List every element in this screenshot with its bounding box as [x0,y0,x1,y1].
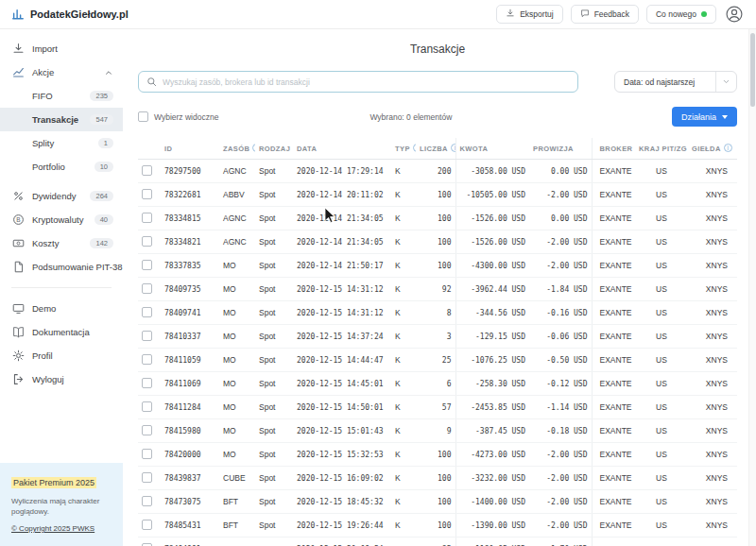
premium-badge[interactable]: Pakiet Premium 2025 [11,477,96,488]
whats-new-label: Co nowego [656,9,696,19]
row-checkbox[interactable] [142,520,152,530]
search-input[interactable] [163,77,570,87]
cell-qty: 9 [416,419,455,443]
row-checkbox[interactable] [142,378,152,388]
cell-type: K [391,349,416,372]
column-header-fee[interactable]: PROWIZJA [529,138,592,160]
row-checkbox[interactable] [142,472,152,483]
row-checkbox[interactable] [142,260,152,270]
sidebar-item-kryptowaluty[interactable]: B Kryptowaluty 40 [0,208,123,231]
column-header-qty[interactable]: LICZBAi [416,138,455,160]
actions-button[interactable]: Działania [672,107,737,127]
sidebar-item-import[interactable]: Import [0,37,123,60]
row-checkbox[interactable] [142,354,152,365]
logo[interactable]: PodatekGiełdowy.pl [11,8,129,21]
logout-icon [11,373,25,386]
sidebar-item-fifo[interactable]: FIFO 235 [0,84,123,108]
table-row[interactable]: 78494991BFTSpot2020-12-15 20:09:54K85-11… [138,537,737,546]
table-row[interactable]: 78411284MOSpot2020-12-15 14:50:01K57-245… [138,396,737,419]
table-header-row: IDZASÓBiRODZAJiDATATYPiLICZBAiKWOTAPROWI… [138,138,737,160]
sidebar-item-dokumentacja[interactable]: Dokumentacja [0,320,123,344]
row-checkbox[interactable] [142,496,152,506]
table-row[interactable]: 78411059MOSpot2020-12-15 14:44:47K25-107… [138,349,737,372]
table-row[interactable]: 78410337MOSpot2020-12-15 14:37:24K3-129.… [138,325,737,349]
sidebar-item-wyloguj[interactable]: Wyloguj [0,367,123,391]
table-row[interactable]: 78334815AGNCSpot2020-12-14 21:34:05K100-… [138,207,737,230]
sidebar-item-akcje[interactable]: Akcje [0,60,123,84]
cell-type: K [391,467,416,490]
table-row[interactable]: 78297500AGNCSpot2020-12-14 17:29:14K200-… [138,160,737,183]
table-row[interactable]: 78415980MOSpot2020-12-15 15:01:43K9-387.… [138,419,737,443]
cell-date: 2020-12-15 14:44:47 [293,349,391,372]
column-header-kind[interactable]: RODZAJi [255,138,293,160]
column-header-asset[interactable]: ZASÓBi [219,138,255,160]
column-header-type[interactable]: TYPi [391,138,416,160]
chevron-down-icon [722,115,728,119]
table-row[interactable]: 78409741MOSpot2020-12-15 14:31:12K8-344.… [138,301,737,325]
sidebar-item-pit38[interactable]: Podsumowanie PIT-38 [0,255,123,279]
cell-type: K [391,230,416,254]
page-title: Transakcje [138,43,737,56]
column-header-id[interactable]: ID [161,138,219,160]
cell-asset: BFT [219,490,255,514]
column-header-date[interactable]: DATA [293,138,391,160]
cell-fee: 0.00 USD [529,207,592,230]
table-row[interactable]: 78409735MOSpot2020-12-15 14:31:12K92-396… [138,278,737,301]
sidebar-item-profil[interactable]: Profil [0,344,123,367]
cell-exchange: XNYS [688,183,737,207]
info-icon[interactable]: i [413,144,416,152]
cell-qty: 200 [416,160,455,183]
select-visible-checkbox[interactable] [138,111,148,122]
copyright-link[interactable]: © Copyright 2025 PWKS [11,524,94,533]
table-row[interactable]: 78322681ABBVSpot2020-12-14 20:11:02K100-… [138,183,737,207]
whats-new-button[interactable]: Co nowego [646,5,716,24]
table-row[interactable]: 78473075BFTSpot2020-12-15 18:45:32K100-1… [138,490,737,514]
row-checkbox[interactable] [142,213,152,223]
sidebar-item-dywidendy[interactable]: Dywidendy 264 [0,184,123,208]
row-checkbox[interactable] [142,401,152,412]
cell-broker: EXANTE [592,160,635,183]
column-header-country[interactable]: KRAJ PIT/ZGi [635,138,688,160]
column-header-exchange[interactable]: GIEŁDAi [688,138,737,160]
table-row[interactable]: 78485431BFTSpot2020-12-15 19:26:44K100-1… [138,514,737,537]
cell-type: K [391,278,416,301]
row-checkbox[interactable] [142,236,152,247]
table-row[interactable]: 78439837CUBESpot2020-12-15 16:09:02K100-… [138,467,737,490]
chevron-up-icon[interactable] [104,68,113,77]
row-checkbox[interactable] [142,543,152,546]
row-checkbox[interactable] [142,425,152,435]
cell-kind: Spot [255,183,293,207]
row-checkbox[interactable] [142,283,152,294]
info-icon[interactable]: i [252,144,255,152]
search-icon [146,74,157,91]
cell-id: 78297500 [161,160,219,183]
row-checkbox[interactable] [142,331,152,341]
row-checkbox[interactable] [142,449,152,459]
column-header-amount[interactable]: KWOTA [455,138,529,160]
export-button[interactable]: Eksportuj [496,5,562,24]
table-row[interactable]: 78334821AGNCSpot2020-12-14 21:34:05K100-… [138,230,737,254]
table-row[interactable]: 78411069MOSpot2020-12-15 14:45:01K6-258.… [138,372,737,396]
column-header-broker[interactable]: BROKER [592,138,635,160]
sidebar-item-portfolio[interactable]: Portfolio 10 [0,155,123,179]
info-icon[interactable]: i [724,144,732,152]
row-checkbox[interactable] [142,165,152,176]
sort-select[interactable]: Data: od najstarszej [614,71,737,93]
vertical-scrollbar[interactable] [748,29,756,546]
feedback-button[interactable]: Feedback [571,5,639,24]
avatar[interactable] [724,4,745,25]
scrollbar-thumb[interactable] [750,33,755,107]
sidebar-item-transakcje[interactable]: Transakcje 547 [0,108,123,131]
table-row[interactable]: 78420000MOSpot2020-12-15 15:32:53K100-42… [138,443,737,467]
sidebar-item-demo[interactable]: Demo [0,297,123,320]
row-checkbox[interactable] [142,189,152,199]
info-icon[interactable]: i [451,144,455,152]
table-row[interactable]: 78337835MOSpot2020-12-14 21:50:17K100-43… [138,254,737,278]
cell-type: K [391,443,416,467]
cell-fee: 0.00 USD [529,160,592,183]
sidebar-item-splity[interactable]: Splity 1 [0,131,123,155]
row-checkbox[interactable] [142,307,152,317]
cell-exchange: XNYS [688,254,737,278]
sidebar-item-koszty[interactable]: Koszty 142 [0,231,123,255]
select-visible-control[interactable]: Wybierz widoczne [138,111,218,122]
